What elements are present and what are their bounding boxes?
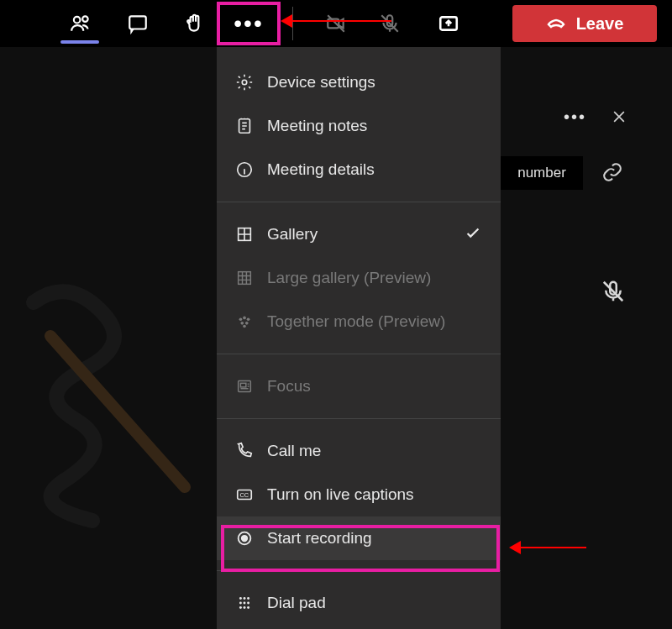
menu-label: Start recording — [267, 529, 372, 548]
svg-rect-2 — [129, 16, 146, 29]
menu-item-live-captions[interactable]: CC Turn on live captions — [217, 473, 501, 516]
menu-label: Call me — [267, 442, 321, 460]
leave-button[interactable]: Leave — [512, 5, 657, 42]
svg-point-14 — [240, 322, 244, 325]
svg-point-6 — [242, 80, 247, 85]
menu-separator — [217, 570, 501, 571]
menu-item-device-settings[interactable]: Device settings — [217, 60, 501, 104]
svg-point-13 — [247, 317, 250, 321]
menu-item-large-gallery: Large gallery (Preview) — [217, 256, 501, 300]
menu-item-meeting-notes[interactable]: Meeting notes — [217, 104, 501, 148]
svg-point-28 — [247, 602, 249, 605]
svg-point-30 — [244, 606, 246, 609]
menu-separator — [217, 202, 501, 202]
record-icon — [235, 529, 254, 548]
menu-item-focus: Focus — [217, 364, 501, 408]
people-icon[interactable] — [60, 3, 101, 44]
menu-label: Large gallery (Preview) — [267, 269, 431, 287]
svg-point-23 — [239, 597, 242, 600]
raise-hand-icon[interactable] — [175, 3, 215, 44]
menu-label: Gallery — [267, 225, 318, 244]
menu-item-start-recording[interactable]: Start recording — [217, 516, 501, 560]
phone-icon — [235, 442, 254, 460]
menu-label: Meeting notes — [267, 117, 367, 135]
close-icon[interactable] — [606, 104, 632, 129]
focus-icon — [235, 377, 254, 396]
menu-item-dial-pad[interactable]: Dial pad — [217, 581, 501, 625]
menu-label: Dial pad — [267, 594, 326, 612]
menu-separator — [217, 354, 501, 354]
svg-point-24 — [244, 597, 246, 600]
toolbar-divider — [292, 7, 293, 40]
svg-point-16 — [243, 325, 246, 328]
menu-label: Turn on live captions — [267, 485, 414, 504]
svg-rect-18 — [240, 383, 245, 387]
hang-up-icon — [546, 13, 566, 34]
svg-rect-10 — [239, 272, 251, 285]
closed-captions-icon: CC — [235, 485, 254, 504]
info-icon — [235, 160, 254, 179]
large-gallery-icon — [235, 269, 254, 287]
svg-point-0 — [74, 17, 81, 24]
annotation-arrow-2 — [511, 547, 586, 548]
notes-icon — [235, 117, 254, 135]
menu-label: Focus — [267, 377, 311, 396]
more-actions-button[interactable]: ••• — [217, 2, 281, 45]
svg-point-11 — [239, 317, 243, 321]
gallery-icon — [235, 225, 254, 244]
svg-point-31 — [247, 606, 249, 609]
number-tab[interactable]: number — [501, 156, 583, 190]
annotation-arrow-1 — [282, 20, 391, 22]
menu-item-meeting-details[interactable]: Meeting details — [217, 148, 501, 191]
svg-point-26 — [239, 602, 242, 605]
together-mode-icon — [235, 312, 254, 331]
menu-item-gallery[interactable]: Gallery — [217, 212, 501, 256]
more-actions-menu: Device settings Meeting notes Meeting de… — [217, 47, 501, 629]
panel-more-icon[interactable]: ••• — [564, 107, 586, 127]
svg-point-15 — [245, 322, 249, 325]
leave-button-label: Leave — [576, 14, 624, 34]
microphone-off-icon[interactable] — [370, 3, 410, 44]
menu-item-together-mode: Together mode (Preview) — [217, 300, 501, 343]
share-screen-icon[interactable] — [428, 3, 469, 44]
svg-point-27 — [244, 602, 246, 605]
svg-text:CC: CC — [240, 491, 249, 499]
chat-icon[interactable] — [118, 3, 158, 44]
link-icon[interactable] — [601, 161, 623, 183]
svg-point-12 — [243, 317, 246, 320]
svg-point-25 — [247, 597, 249, 600]
dial-pad-icon — [235, 594, 254, 612]
people-tab-indicator — [60, 40, 99, 44]
camera-off-icon[interactable] — [316, 3, 356, 44]
svg-point-1 — [82, 16, 88, 21]
menu-item-call-me[interactable]: Call me — [217, 429, 501, 473]
menu-label: Device settings — [267, 73, 375, 92]
gear-icon — [235, 73, 254, 92]
number-tab-label: number — [517, 165, 566, 181]
checkmark-icon — [464, 223, 482, 246]
menu-separator — [217, 418, 501, 419]
participant-mic-off-icon — [601, 279, 626, 304]
ellipsis-icon: ••• — [234, 12, 263, 35]
svg-point-29 — [239, 606, 242, 609]
menu-label: Meeting details — [267, 160, 375, 179]
svg-point-22 — [242, 536, 247, 541]
menu-label: Together mode (Preview) — [267, 312, 445, 331]
